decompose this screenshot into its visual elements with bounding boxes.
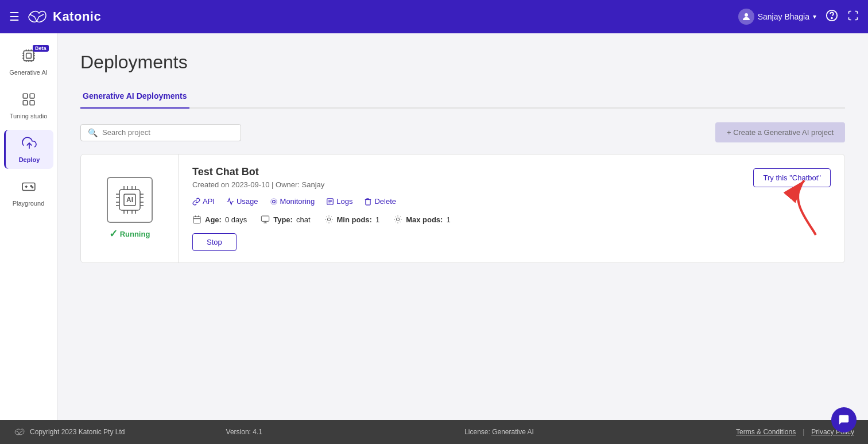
page-title: Deployments [80,52,845,73]
svg-point-27 [32,187,33,188]
user-name: Sanjay Bhagia [758,12,809,21]
expand-icon[interactable] [847,10,859,24]
tabs: Generative AI Deployments [80,87,845,109]
tab-generative-ai-deployments[interactable]: Generative AI Deployments [80,87,189,107]
svg-point-60 [327,218,330,221]
sidebar-item-label-deploy: Deploy [19,156,40,163]
status-label: Running [120,230,150,238]
svg-point-26 [30,186,32,187]
search-icon: 🔍 [88,128,98,137]
info-age: Age: 0 days [192,215,247,224]
type-value: chat [296,215,311,224]
max-pods-label: Max pods: [406,215,443,224]
delete-link[interactable]: Delete [364,197,396,206]
info-max-pods: Max pods: 1 [393,215,451,224]
main-content: Deployments Generative AI Deployments 🔍 … [57,33,868,420]
api-link[interactable]: API [192,197,215,206]
chevron-down-icon: ▾ [813,13,816,21]
svg-point-48 [270,198,277,204]
svg-rect-4 [26,53,31,59]
monitoring-link[interactable]: Monitoring [270,197,315,206]
footer-logo-icon [14,427,25,437]
running-status: ✓ Running [109,227,150,240]
api-link-label: API [203,197,215,206]
min-pods-value: 1 [375,215,379,224]
logo-text: Katonic [53,9,101,24]
svg-point-0 [745,13,748,17]
max-pods-value: 1 [446,215,450,224]
deployment-card: AI ✓ [80,154,845,263]
user-dropdown[interactable]: Sanjay Bhagia ▾ [738,9,816,25]
age-label: Age: [205,215,222,224]
main-layout: Beta Generative AI [0,33,868,420]
sidebar: Beta Generative AI [0,33,57,420]
info-min-pods: Min pods: 1 [324,215,380,224]
help-icon[interactable] [826,9,838,25]
svg-point-47 [272,200,275,203]
footer: Copyright 2023 Katonic Pty Ltd Version: … [0,420,868,444]
sidebar-item-deploy[interactable]: Deploy [4,130,53,169]
try-chatbot-button[interactable]: Try this "Chatbot" [753,168,831,187]
footer-left: Copyright 2023 Katonic Pty Ltd [14,427,125,437]
svg-point-2 [831,17,832,18]
monitoring-link-label: Monitoring [280,197,315,206]
footer-copyright: Copyright 2023 Katonic Pty Ltd [30,428,125,436]
svg-text:AI: AI [126,196,133,204]
svg-rect-19 [23,101,28,105]
navbar-left: ☰ Katonic [9,9,101,25]
user-avatar [738,9,754,25]
usage-link[interactable]: Usage [226,197,258,206]
footer-separator: | [803,428,804,436]
logs-link[interactable]: Logs [326,197,352,206]
card-icon-section: AI ✓ [81,155,179,262]
svg-rect-57 [262,216,269,221]
logo-area: Katonic [26,9,101,25]
navbar-right: Sanjay Bhagia ▾ [738,9,859,25]
terms-link[interactable]: Terms & Conditions [736,428,796,436]
navbar: ☰ Katonic Sanjay Bhagia ▾ [0,0,868,33]
card-info-row: Age: 0 days Type: chat Min pods: 1 [192,215,831,224]
search-action-row: 🔍 + Create a Generative AI project [80,122,845,142]
running-check-icon: ✓ [109,227,118,240]
create-project-button[interactable]: + Create a Generative AI project [715,122,845,142]
ai-chip-icon: AI [107,177,153,223]
logs-link-label: Logs [336,197,352,206]
hamburger-icon[interactable]: ☰ [9,10,20,24]
info-type: Type: chat [261,215,310,224]
card-meta: Created on 2023-09-10 | Owner: Sanjay [192,180,831,189]
min-pods-label: Min pods: [337,215,372,224]
usage-link-label: Usage [237,197,258,206]
svg-point-61 [396,218,399,221]
sidebar-item-label-generative-ai: Generative AI [9,69,48,76]
deploy-icon [22,136,37,154]
sidebar-item-tuning-studio[interactable]: Tuning studio [4,86,53,125]
search-input[interactable] [102,128,234,137]
footer-license: License: Generative AI [464,428,534,436]
beta-badge: Beta [33,45,49,52]
chat-bubble-button[interactable] [831,407,857,433]
svg-rect-53 [193,217,200,223]
sidebar-item-label-tuning-studio: Tuning studio [10,113,48,119]
age-value: 0 days [225,215,247,224]
stop-button[interactable]: Stop [192,233,237,251]
sidebar-item-label-playground: Playground [13,200,45,207]
footer-version: Version: 4.1 [226,428,262,436]
svg-rect-17 [23,94,28,98]
delete-link-label: Delete [374,197,396,206]
svg-rect-3 [24,51,33,60]
type-label: Type: [273,215,293,224]
playground-icon [21,179,36,198]
card-title: Test Chat Bot [192,166,831,178]
sidebar-item-generative-ai[interactable]: Beta Generative AI [4,43,53,82]
svg-rect-18 [30,94,34,98]
sidebar-item-playground[interactable]: Playground [4,173,53,213]
katonic-logo-icon [26,9,48,25]
card-content: Test Chat Bot Created on 2023-09-10 | Ow… [179,155,844,262]
card-actions: API Usage Monitoring Logs [192,197,831,206]
svg-rect-20 [30,101,34,105]
tuning-studio-icon [21,92,36,110]
search-box: 🔍 [80,124,241,141]
